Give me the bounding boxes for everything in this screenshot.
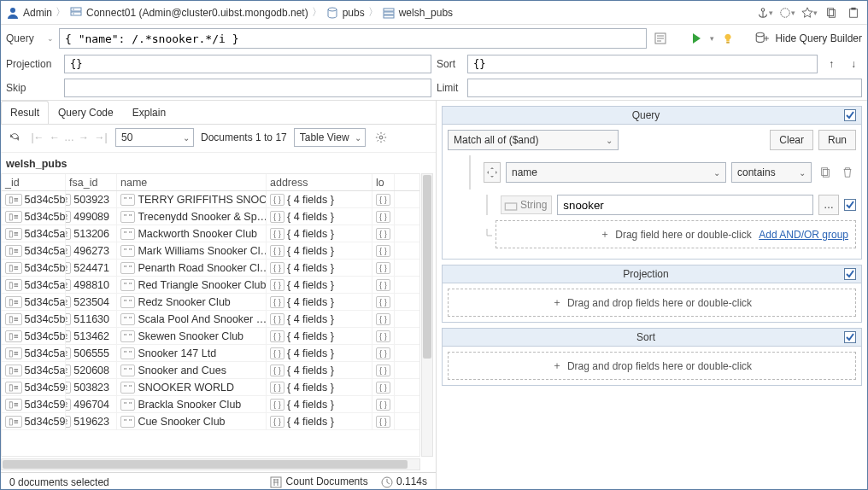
- number-icon: 132: [66, 228, 71, 240]
- collection-icon: [382, 6, 396, 20]
- match-mode-select[interactable]: Match all of ($and)⌄: [448, 130, 619, 150]
- table-row[interactable]: ▯≡5d34c5a…132496273" "Mark Williams Snoo…: [2, 242, 419, 260]
- svg-point-5: [328, 8, 337, 11]
- tab-query-code[interactable]: Query Code: [49, 101, 123, 124]
- operator-select[interactable]: contains⌄: [731, 162, 812, 183]
- value-input[interactable]: [557, 195, 813, 215]
- table-row[interactable]: ▯≡5d34c5a…132506555" "Snooker 147 Ltd{ }…: [2, 345, 419, 362]
- query-panel-title: Query: [448, 109, 844, 121]
- paste-icon[interactable]: [845, 4, 862, 21]
- sort-panel-checkbox[interactable]: [844, 331, 856, 343]
- limit-input[interactable]: [467, 79, 862, 97]
- number-icon: 132: [66, 399, 71, 411]
- svg-rect-22: [505, 203, 516, 210]
- refresh-icon[interactable]: [6, 129, 23, 146]
- table-row[interactable]: ▯≡5d34c5b…132524471" "Penarth Road Snook…: [2, 260, 419, 277]
- sort-desc-icon[interactable]: ↓: [845, 55, 862, 73]
- run-menu-icon[interactable]: ▾: [710, 34, 714, 43]
- projection-panel-title: Projection: [448, 268, 844, 280]
- prev-page-icon[interactable]: ←: [47, 130, 62, 145]
- sort-dropzone[interactable]: ＋ Drag and drop fields here or double-cl…: [448, 352, 856, 380]
- next-page-icon[interactable]: →: [76, 130, 91, 145]
- projection-panel-header[interactable]: Projection: [443, 265, 861, 283]
- breadcrumb-collection[interactable]: welsh_pubs: [382, 6, 453, 20]
- col-location[interactable]: lo: [372, 174, 395, 190]
- breadcrumb-database[interactable]: pubs: [326, 6, 365, 20]
- move-handle-icon[interactable]: [484, 162, 501, 183]
- query-panel-checkbox[interactable]: [844, 109, 856, 121]
- skip-input[interactable]: [64, 79, 431, 97]
- col-fsa[interactable]: fsa_id: [66, 174, 117, 190]
- last-page-icon[interactable]: →|: [93, 130, 108, 145]
- table-row[interactable]: ▯≡5d34c5a…132513206" "Mackworth Snooker …: [2, 225, 419, 242]
- table-row[interactable]: ▯≡5d34c5a…132520608" "Snooker and Cues{ …: [2, 362, 419, 379]
- run-query-button[interactable]: [688, 30, 705, 47]
- gear-icon[interactable]: [372, 129, 390, 146]
- svg-rect-7: [384, 12, 394, 15]
- view-mode-select[interactable]: Table View⌄: [294, 128, 366, 147]
- hide-query-builder-button[interactable]: Hide Query Builder: [776, 32, 862, 44]
- string-icon: " ": [120, 296, 135, 308]
- number-icon: 132: [66, 347, 71, 359]
- tab-explain[interactable]: Explain: [123, 101, 175, 124]
- table-row[interactable]: ▯≡5d34c5b…132513462" "Skewen Snooker Clu…: [2, 328, 419, 345]
- svg-point-17: [379, 136, 383, 139]
- projection-input[interactable]: [64, 55, 431, 73]
- col-id[interactable]: _id: [2, 174, 66, 190]
- svg-rect-13: [851, 7, 855, 9]
- more-options-icon[interactable]: ▾: [778, 4, 795, 21]
- tab-result[interactable]: Result: [1, 101, 49, 124]
- count-documents-button[interactable]: Count Documents: [269, 475, 367, 489]
- query-format-icon[interactable]: [652, 30, 669, 47]
- sort-panel-header[interactable]: Sort: [443, 329, 861, 347]
- col-address[interactable]: address: [267, 174, 372, 190]
- svg-point-0: [10, 8, 15, 13]
- trash-icon[interactable]: [839, 164, 856, 181]
- clear-button[interactable]: Clear: [770, 130, 813, 150]
- copy-icon[interactable]: [823, 4, 840, 21]
- object-icon: { }: [376, 245, 390, 257]
- svg-rect-6: [384, 9, 394, 11]
- table-row[interactable]: ▯≡5d34c59…132503823" "SNOOKER WORLD{ }{ …: [2, 379, 419, 396]
- value-options-button[interactable]: …: [818, 195, 839, 215]
- query-dropdown-icon[interactable]: ⌄: [47, 34, 54, 43]
- field-select[interactable]: name⌄: [506, 162, 726, 183]
- object-icon: { }: [270, 313, 284, 325]
- table-row[interactable]: ▯≡5d34c59…132496704" "Brackla Snooker Cl…: [2, 396, 419, 413]
- table-row[interactable]: ▯≡5d34c5b…132503923" "TERRY GRIFFITHS SN…: [2, 191, 419, 208]
- sort-asc-icon[interactable]: ↑: [823, 55, 840, 73]
- query-panel-header[interactable]: Query: [443, 107, 861, 125]
- breadcrumb-user[interactable]: Admin: [6, 6, 52, 20]
- table-row[interactable]: ▯≡5d34c5b…132499089" "Trecenydd Snooker …: [2, 208, 419, 225]
- projection-dropzone[interactable]: ＋ Drag and drop fields here or double-cl…: [448, 289, 856, 317]
- query-input[interactable]: [59, 28, 647, 49]
- number-icon: 132: [66, 211, 71, 223]
- table-row[interactable]: ▯≡5d34c59…132519623" "Cue Snooker Club{ …: [2, 413, 419, 430]
- first-page-icon[interactable]: |←: [30, 130, 45, 145]
- object-icon: { }: [270, 330, 284, 342]
- svg-point-9: [780, 8, 789, 17]
- horizontal-scrollbar[interactable]: [1, 458, 420, 470]
- projection-panel-checkbox[interactable]: [844, 268, 856, 280]
- breadcrumb-col-label: welsh_pubs: [399, 7, 453, 19]
- table-row[interactable]: ▯≡5d34c5b…132511630" "Scala Pool And Sno…: [2, 311, 419, 328]
- type-badge-string[interactable]: String: [501, 195, 552, 214]
- breadcrumb-connection[interactable]: Connect01 (Admin@cluster0.uibst.mongodb.…: [69, 6, 308, 20]
- star-icon[interactable]: ▾: [801, 4, 818, 21]
- field-dropzone[interactable]: ＋ Drag field here or double-click Add AN…: [496, 220, 856, 248]
- table-row[interactable]: ▯≡5d34c5a…132523504" "Redz Snooker Club{…: [2, 294, 419, 311]
- anchor-icon[interactable]: ▾: [756, 4, 773, 21]
- table-row[interactable]: ▯≡5d34c5a…132498810" "Red Triangle Snook…: [2, 277, 419, 294]
- page-size-select[interactable]: 50⌄: [115, 128, 194, 147]
- run-button[interactable]: Run: [818, 130, 856, 150]
- value-enabled-checkbox[interactable]: [844, 199, 856, 211]
- sort-input[interactable]: [467, 55, 818, 73]
- add-group-link[interactable]: Add AND/OR group: [759, 229, 848, 241]
- duplicate-icon[interactable]: [817, 164, 834, 181]
- number-icon: 132: [66, 245, 71, 257]
- lightbulb-icon[interactable]: [719, 30, 736, 47]
- vertical-scrollbar[interactable]: [421, 173, 433, 457]
- col-name[interactable]: name: [117, 174, 267, 190]
- number-icon: 132: [66, 365, 71, 376]
- object-icon: { }: [376, 211, 390, 223]
